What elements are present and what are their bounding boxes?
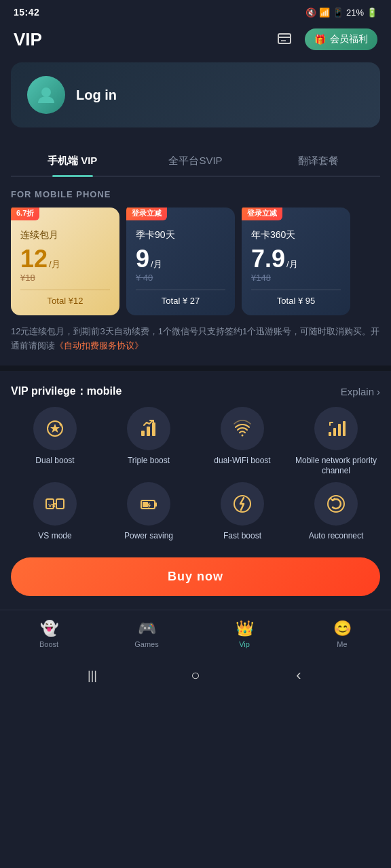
sys-home-icon: ○	[191, 667, 200, 684]
plan-name-quarterly: 季卡90天	[136, 229, 225, 241]
nav-boost[interactable]: 👻 Boost	[0, 616, 98, 652]
boost-nav-label: Boost	[39, 640, 58, 648]
refresh-icon	[326, 494, 346, 514]
privilege-header: VIP privilege：mobile Explain ›	[0, 374, 391, 407]
dual-wifi-icon	[232, 418, 253, 439]
plan-original-yearly: ¥148	[251, 273, 341, 283]
svg-rect-12	[343, 421, 346, 436]
battery-icon	[138, 494, 159, 514]
section-label: FOR MOBILE PHONE	[0, 177, 391, 208]
plan-original-quarterly: ¥ 40	[136, 273, 225, 283]
sys-recent-btn[interactable]: ‹	[286, 663, 311, 688]
plan-quarterly[interactable]: 登录立减 季卡90天 9 /月 ¥ 40 Total ¥ 27	[126, 208, 235, 315]
plan-price-unit-quarterly: /月	[151, 258, 162, 271]
privilege-item-vs[interactable]: VS VS mode	[11, 482, 99, 542]
privilege-item-battery[interactable]: Power saving	[105, 482, 193, 542]
message-icon-btn[interactable]	[272, 27, 297, 52]
gift-icon: 🎁	[314, 34, 326, 45]
triple-boost-icon	[138, 418, 159, 439]
battery-text: 21%	[346, 7, 364, 18]
refresh-icon-circle	[314, 482, 358, 526]
status-bar: 15:42 🔇 📶 📱 21% 🔋	[0, 0, 391, 22]
lightning-icon	[232, 494, 253, 514]
header-actions: 🎁 会员福利	[272, 27, 377, 52]
mute-icon: 🔇	[305, 7, 316, 18]
lightning-icon-circle	[221, 482, 264, 526]
divider	[0, 366, 391, 371]
plan-yearly[interactable]: 登录立减 年卡360天 7.9 /月 ¥148 Total ¥ 95	[242, 208, 350, 315]
explain-label: Explain	[341, 386, 374, 397]
privilege-item-dual-boost[interactable]: Dual boost	[11, 407, 99, 477]
plan-badge-quarterly: 登录立减	[126, 208, 167, 220]
header: VIP 🎁 会员福利	[0, 22, 391, 62]
plan-total-quarterly: Total ¥ 27	[136, 290, 225, 306]
chevron-right-icon: ›	[377, 386, 380, 397]
triple-boost-icon-circle	[127, 407, 170, 450]
dual-boost-icon-circle	[33, 407, 77, 450]
svg-rect-10	[333, 428, 336, 436]
buy-now-button[interactable]: Buy now	[11, 557, 380, 596]
vs-icon-circle: VS	[33, 482, 77, 526]
plan-price-quarterly: 9 /月	[136, 247, 225, 271]
plan-price-unit-monthly: /月	[49, 258, 60, 271]
svg-rect-0	[278, 34, 291, 43]
plan-price-main-monthly: 12	[20, 247, 48, 271]
svg-rect-11	[338, 424, 341, 436]
svg-rect-7	[152, 422, 155, 436]
sys-back-icon: |||	[88, 669, 97, 683]
login-card[interactable]: Log in	[11, 62, 380, 127]
battery-label: Power saving	[124, 531, 173, 542]
login-label: Log in	[76, 87, 117, 103]
games-nav-label: Games	[134, 640, 158, 648]
nav-games[interactable]: 🎮 Games	[98, 616, 196, 652]
privilege-item-dual-wifi[interactable]: dual-WiFi boost	[198, 407, 286, 477]
svg-rect-18	[155, 502, 157, 507]
privilege-item-mobile-priority[interactable]: Mobile network priority channel	[292, 407, 380, 477]
privilege-title: VIP privilege：mobile	[11, 384, 122, 399]
plan-badge-monthly: 6.7折	[11, 208, 39, 220]
note-text: 12元连续包月，到期前3天自动续费，1个微信号只支持签约1个迅游账号，可随时取消…	[0, 315, 391, 363]
svg-rect-19	[143, 502, 148, 507]
battery-icon-circle	[127, 482, 170, 526]
svg-rect-5	[141, 431, 145, 436]
svg-rect-9	[329, 432, 331, 436]
plan-price-yearly: 7.9 /月	[251, 247, 341, 271]
plan-price-unit-yearly: /月	[286, 258, 298, 271]
tab-svip[interactable]: 全平台SVIP	[134, 149, 257, 176]
plan-badge-yearly: 登录立减	[242, 208, 282, 220]
vs-icon: VS	[45, 494, 65, 514]
privilege-item-refresh[interactable]: Auto reconnect	[292, 482, 380, 542]
sys-back-btn[interactable]: |||	[80, 663, 105, 688]
vs-label: VS mode	[38, 531, 71, 542]
vip-nav-icon: 👑	[236, 620, 254, 637]
svg-rect-6	[147, 427, 150, 436]
system-nav: ||| ○ ‹	[0, 655, 391, 696]
tab-translate[interactable]: 翻译套餐	[257, 149, 380, 176]
plan-monthly[interactable]: 6.7折 连续包月 12 /月 ¥18 Total ¥12	[11, 208, 119, 315]
avatar	[27, 76, 65, 114]
member-benefit-btn[interactable]: 🎁 会员福利	[305, 28, 377, 50]
plan-name-monthly: 连续包月	[20, 229, 110, 241]
svg-point-8	[242, 434, 244, 436]
privilege-item-triple-boost[interactable]: Triple boost	[105, 407, 193, 477]
explain-btn[interactable]: Explain ›	[341, 386, 380, 397]
games-nav-icon: 🎮	[138, 620, 156, 637]
triple-boost-label: Triple boost	[128, 456, 170, 467]
plan-price-main-quarterly: 9	[136, 247, 149, 271]
message-icon	[276, 31, 293, 47]
tab-mobile-vip[interactable]: 手机端 VIP	[11, 149, 134, 176]
sys-home-btn[interactable]: ○	[183, 663, 208, 688]
svg-point-3	[41, 87, 51, 97]
privilege-item-lightning[interactable]: Fast boost	[198, 482, 286, 542]
note-link[interactable]: 《自动扣费服务协议》	[55, 340, 143, 351]
nav-vip[interactable]: 👑 Vip	[196, 616, 293, 652]
nav-me[interactable]: 😊 Me	[293, 616, 391, 652]
mobile-priority-icon	[326, 418, 346, 439]
plan-price-main-yearly: 7.9	[251, 247, 285, 271]
member-benefit-label: 会员福利	[330, 33, 368, 45]
tab-bar: 手机端 VIP 全平台SVIP 翻译套餐	[11, 138, 380, 177]
plan-original-monthly: ¥18	[20, 273, 110, 283]
buy-btn-container: Buy now	[0, 549, 391, 610]
dual-wifi-icon-circle	[221, 407, 264, 450]
svg-rect-14	[56, 499, 64, 509]
